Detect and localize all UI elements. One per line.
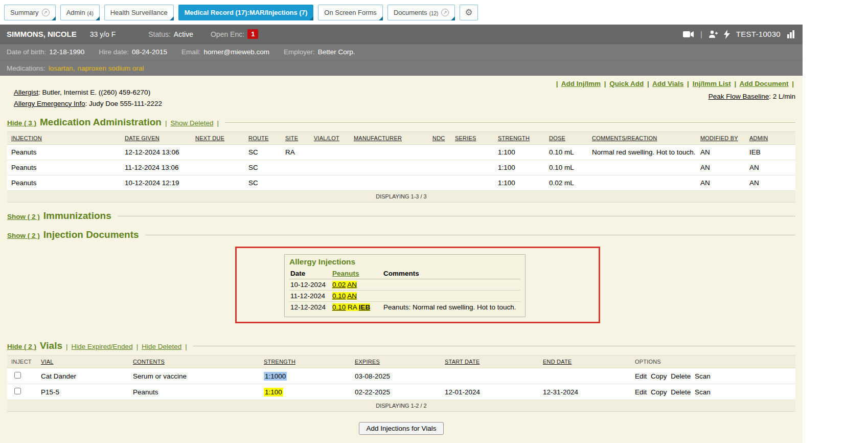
scan-link[interactable]: Scan (695, 372, 711, 380)
video-camera-icon[interactable] (683, 31, 694, 38)
vial-row: P15-5 Peanuts 1:100 02-22-2025 12-01-202… (7, 384, 795, 400)
column-header-vial[interactable]: VIAL (37, 356, 129, 368)
medication-link-losartan[interactable]: losartan (49, 64, 73, 72)
tab-on-screen-forms[interactable]: On Screen Forms (318, 5, 383, 20)
tab-admin[interactable]: Admin (4) (60, 5, 100, 20)
toolbar-separator: | (700, 30, 702, 38)
injection-documents-show-toggle[interactable]: Show ( 2 ) (7, 232, 40, 239)
hire-date-value: 08-24-2015 (132, 48, 167, 56)
mar-row: Peanuts 10-12-2024 12:19 SC 1:100 0.02 m… (7, 175, 795, 191)
patient-status: Active (174, 30, 193, 38)
add-user-icon[interactable] (709, 30, 718, 38)
quick-add-link[interactable]: Quick Add (609, 80, 644, 87)
column-header-vial-lot[interactable]: VIAL/LOT (310, 132, 350, 145)
add-vials-link[interactable]: Add Vials (652, 80, 683, 87)
copy-link[interactable]: Copy (651, 388, 667, 396)
dose-link[interactable]: 0.10 (332, 303, 346, 311)
medication-link-naproxen[interactable]: naproxen sodium oral (78, 64, 144, 72)
column-header-admin[interactable]: ADMIN (745, 132, 795, 145)
column-header-comments: Comments (382, 268, 520, 279)
column-header-comments[interactable]: COMMENTS/REACTION (588, 132, 696, 145)
column-header-ndc[interactable]: NDC (428, 132, 451, 145)
initials-link[interactable]: AN (347, 292, 357, 300)
mar-hide-toggle[interactable]: Hide ( 3 ) (7, 119, 36, 127)
tab-documents[interactable]: Documents (12) ↗ (387, 5, 455, 20)
column-header-expires[interactable]: EXPIRES (351, 356, 441, 368)
column-header-next-due[interactable]: NEXT DUE (191, 132, 244, 145)
immunizations-show-toggle[interactable]: Show ( 2 ) (7, 213, 40, 220)
hide-deleted-link[interactable]: Hide Deleted (142, 343, 181, 350)
column-header-date: Date (289, 268, 331, 279)
allergy-injection-row: 11-12-2024 0.10 AN (289, 291, 520, 302)
column-header-site[interactable]: SITE (281, 132, 310, 145)
tab-health-surveillance[interactable]: Health Surveillance (104, 5, 174, 20)
inject-checkbox[interactable] (14, 372, 21, 379)
peak-flow-line: Peak Flow Baseline: 2 L/min (555, 93, 795, 100)
column-header-end-date[interactable]: END DATE (539, 356, 631, 368)
column-header-contents[interactable]: CONTENTS (129, 356, 260, 368)
chart-icon[interactable] (787, 30, 796, 38)
column-header-date-given[interactable]: DATE GIVEN (121, 132, 191, 145)
edit-link[interactable]: Edit (635, 388, 647, 396)
header-toolbar: | TEST-10030 (683, 30, 796, 39)
copy-link[interactable]: Copy (651, 372, 667, 380)
column-header-strength[interactable]: STRENGTH (494, 132, 545, 145)
tab-summary[interactable]: Summary ↗ (4, 5, 56, 20)
allergy-emergency-line: Allergy Emergency Info: Judy Doe 555-111… (14, 98, 162, 109)
allergist-link[interactable]: Allergist (14, 88, 38, 96)
mar-show-deleted-link[interactable]: Show Deleted (170, 119, 213, 127)
delete-link[interactable]: Delete (671, 388, 691, 396)
column-header-manufacturer[interactable]: MANUFACTURER (350, 132, 428, 145)
tab-label: Medical Record (17):MAR/Injections (7) (185, 9, 308, 16)
column-header-options: OPTIONS (631, 356, 795, 368)
vials-footer-row: DISPLAYING 1-2 / 2 (7, 400, 795, 412)
column-header-start-date[interactable]: START DATE (441, 356, 539, 368)
initials-link[interactable]: AN (347, 281, 357, 289)
allergist-value: : Butler, Internist E. ((260) 459-6270) (38, 88, 150, 96)
tab-count: (4) (87, 11, 93, 16)
dob-label: Date of birth: (7, 48, 46, 56)
main-content: Allergist: Butler, Internist E. ((260) 4… (0, 76, 803, 443)
vials-section-header: Hide ( 2 ) Vials | Hide Expired/Ended | … (7, 340, 795, 351)
inject-checkbox[interactable] (14, 388, 21, 394)
dose-link[interactable]: 0.02 (332, 281, 346, 289)
popout-icon[interactable]: ↗ (42, 9, 50, 16)
allergy-contact-info: Allergist: Butler, Internist E. ((260) 4… (14, 80, 162, 109)
injection-documents-title: Injection Documents (43, 229, 139, 240)
column-header-injection[interactable]: INJECTION (7, 132, 121, 145)
peak-flow-baseline-link[interactable]: Peak Flow Baseline (709, 93, 769, 100)
add-injections-for-vials-button[interactable]: Add Injections for Vials (359, 422, 443, 435)
column-header-modified-by[interactable]: MODIFIED BY (696, 132, 745, 145)
inj-imm-list-link[interactable]: Inj/Imm List (693, 80, 731, 87)
column-header-dose[interactable]: DOSE (545, 132, 588, 145)
section-rule (145, 235, 795, 235)
tab-medical-record-mar-injections[interactable]: Medical Record (17):MAR/Injections (7) (178, 5, 314, 20)
add-inj-imm-link[interactable]: Add Inj/Imm (561, 80, 601, 87)
column-header-strength[interactable]: STRENGTH (260, 356, 351, 368)
popout-icon[interactable]: ↗ (441, 9, 449, 16)
dose-link[interactable]: 0.10 (332, 292, 346, 300)
column-header-series[interactable]: SERIES (451, 132, 494, 145)
injection-documents-section-header: Show ( 2 ) Injection Documents (7, 229, 795, 240)
delete-link[interactable]: Delete (671, 372, 691, 380)
page-actions: | Add Inj/Imm | Quick Add | Add Vials | … (555, 80, 795, 109)
mar-section-title: Medication Administration (40, 117, 162, 128)
allergy-injections-panel: Allergy Injections Date Peanuts Comments… (284, 254, 526, 317)
scan-link[interactable]: Scan (695, 388, 711, 396)
vials-title: Vials (40, 340, 62, 351)
allergy-emergency-info-link[interactable]: Allergy Emergency Info (14, 100, 85, 107)
column-header-route[interactable]: ROUTE (244, 132, 281, 145)
tab-label: Documents (394, 9, 427, 16)
open-encounter-badge[interactable]: 1 (247, 29, 258, 39)
settings-gear-button[interactable]: ⚙ (460, 5, 477, 20)
flash-icon[interactable] (724, 30, 730, 39)
initials-link[interactable]: IEB (359, 303, 371, 311)
status-label: Status: (148, 30, 171, 38)
section-rule (118, 216, 795, 216)
edit-link[interactable]: Edit (635, 372, 647, 380)
vials-hide-toggle[interactable]: Hide ( 2 ) (7, 343, 36, 350)
add-document-link[interactable]: Add Document (739, 80, 788, 87)
hide-expired-ended-link[interactable]: Hide Expired/Ended (72, 343, 133, 350)
column-header-peanuts[interactable]: Peanuts (331, 268, 382, 279)
mar-row: Peanuts 12-12-2024 13:06 SC RA 1:100 0.1… (7, 145, 795, 160)
